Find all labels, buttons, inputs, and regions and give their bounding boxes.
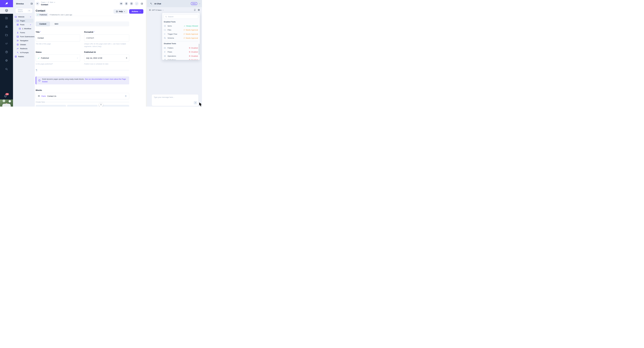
content-module-icon	[5, 9, 8, 12]
module-users[interactable]	[0, 22, 13, 31]
breadcrumb[interactable]: Pages • Main	[41, 1, 56, 3]
model-row: GPT-5 Nano ⚙	[147, 7, 202, 13]
sidebar-item-navigation[interactable]: Navigation	[13, 39, 35, 43]
scroll-down-button[interactable]	[99, 103, 103, 107]
tool-status-approval: Needs Approval	[183, 33, 198, 35]
article-icon	[16, 23, 19, 26]
tools-search-input[interactable]	[168, 14, 197, 19]
tool-row-flows[interactable]: Flows Disabled	[164, 50, 198, 54]
sidebar-item-posts[interactable]: Posts	[13, 23, 35, 27]
sidebar-item-pages[interactable]: Pages	[14, 19, 34, 23]
ai-settings-button[interactable]: ⚙	[198, 9, 200, 11]
send-button[interactable]	[194, 101, 197, 104]
preview-button[interactable]	[119, 2, 123, 5]
directus-logo[interactable]	[0, 0, 13, 7]
approval-icon	[183, 33, 185, 35]
trash-icon[interactable]	[125, 95, 127, 97]
database-icon	[164, 59, 166, 60]
window-icon	[16, 19, 19, 22]
sidebar-item-workflow[interactable]: 1. Workflow	[13, 27, 35, 31]
sidebar-item-redirects[interactable]: Redirects	[13, 46, 35, 50]
user-avatar[interactable]	[0, 99, 13, 107]
chevron-down-icon[interactable]	[198, 2, 201, 5]
globe-icon	[16, 43, 19, 46]
module-editor[interactable]	[0, 14, 13, 22]
published-at-input[interactable]: July 1st, 2024 12:00	[84, 54, 129, 61]
breadcrumb-version[interactable]: Main	[50, 1, 53, 3]
clear-icon[interactable]	[126, 57, 128, 59]
field-status-label: Status	[36, 51, 42, 53]
sidebar-item-globals[interactable]: Globals	[13, 43, 35, 46]
dock-right-icon	[141, 2, 143, 5]
tab-content[interactable]: Content	[36, 21, 50, 26]
block-row[interactable]: Form: Contact Us	[36, 93, 129, 99]
breadcrumb-collection[interactable]: Pages	[41, 1, 46, 3]
chevron-down-icon[interactable]	[30, 16, 32, 18]
permalink-input[interactable]: /contact	[84, 34, 129, 41]
sidebar-item-forms[interactable]: Forms	[13, 31, 35, 35]
title-input-value: Contact	[38, 37, 44, 39]
sidebar-item-ai-prompts[interactable]: AI Prompts	[13, 50, 35, 54]
tools-search[interactable]	[164, 14, 198, 19]
model-selector[interactable]: GPT-5 Nano	[152, 9, 162, 11]
tool-row-trigger-flow[interactable]: Trigger Flow Needs Approval	[164, 32, 198, 36]
chevron-down-icon[interactable]	[30, 24, 32, 26]
module-insights[interactable]	[0, 39, 13, 48]
sidebar-item-rabbits[interactable]: Rabbits	[13, 54, 35, 58]
tool-row-folders[interactable]: Folders Disabled	[164, 46, 198, 50]
popup-scrollbar-thumb[interactable]	[199, 44, 200, 55]
clear-history-button[interactable]	[194, 9, 196, 11]
tool-row-collections[interactable]: Collections Disabled	[164, 58, 198, 60]
disabled-tools-header: Disabled Tools	[164, 43, 176, 44]
question-circle-icon	[116, 10, 118, 12]
create-block-button[interactable]	[36, 105, 66, 107]
search-shortcut: ⌘K	[28, 9, 31, 12]
module-files[interactable]	[0, 31, 13, 39]
status-select[interactable]: Published	[36, 54, 80, 61]
check-icon	[38, 57, 40, 59]
info-icon	[38, 79, 41, 82]
module-help[interactable]	[0, 48, 13, 56]
create-block-button[interactable]	[99, 105, 129, 107]
actions-button[interactable]: Actions	[129, 9, 143, 14]
blocked-icon	[189, 55, 190, 57]
global-search[interactable]: Global Search ⌘K	[16, 8, 32, 13]
help-button[interactable]: Help	[114, 9, 128, 14]
required-marker: *	[94, 31, 94, 32]
tool-row-operations[interactable]: Operations Disabled	[164, 54, 198, 58]
tool-row-items[interactable]: Items Always Allowed	[164, 24, 198, 28]
inbox-icon	[16, 35, 19, 38]
version-dropdown-icon[interactable]	[54, 2, 56, 3]
approval-icon	[183, 29, 185, 31]
main-scrollbar[interactable]	[146, 0, 147, 107]
module-search[interactable]	[0, 65, 13, 73]
back-button[interactable]	[36, 2, 40, 5]
blocks-heading: Blocks	[36, 89, 42, 91]
title-input[interactable]: Contact	[36, 34, 80, 41]
toggle-right-sidebar-button[interactable]	[140, 2, 144, 5]
enabled-tools-header: Enabled Tools	[164, 21, 176, 23]
tool-row-files[interactable]: Files Needs Approval	[164, 28, 198, 32]
notifications-button[interactable]: 72	[0, 93, 13, 99]
tool-row-schema[interactable]: Schema Needs Approval	[164, 36, 198, 40]
sidebar-item-website[interactable]: Website	[13, 15, 35, 19]
required-marker: *	[40, 31, 40, 32]
block-type-label: Form:	[42, 95, 46, 97]
lightning-circle-icon	[164, 55, 166, 57]
module-settings[interactable]: ⚙	[0, 56, 13, 65]
message-input[interactable]	[152, 94, 198, 102]
menu-open-icon	[16, 39, 19, 42]
save-button-disabled[interactable]	[135, 2, 138, 5]
redirect-arrow-icon	[16, 47, 19, 50]
sidebar-item-form-submissions[interactable]: Form Submissions	[13, 35, 35, 39]
drag-handle-icon[interactable]	[38, 95, 40, 97]
create-block-button[interactable]	[67, 105, 98, 107]
collapse-sidebar-button[interactable]	[30, 2, 33, 5]
field-title: Title* Contact The title of this page.	[36, 31, 80, 45]
field-title-label: Title	[36, 31, 40, 33]
tab-seo[interactable]: SEO	[50, 21, 63, 26]
archive-button[interactable]	[130, 2, 134, 5]
field-published-at-note: Publish now or schedule for later.	[84, 63, 129, 65]
delete-button[interactable]	[124, 2, 128, 5]
module-content-active[interactable]	[0, 7, 13, 14]
